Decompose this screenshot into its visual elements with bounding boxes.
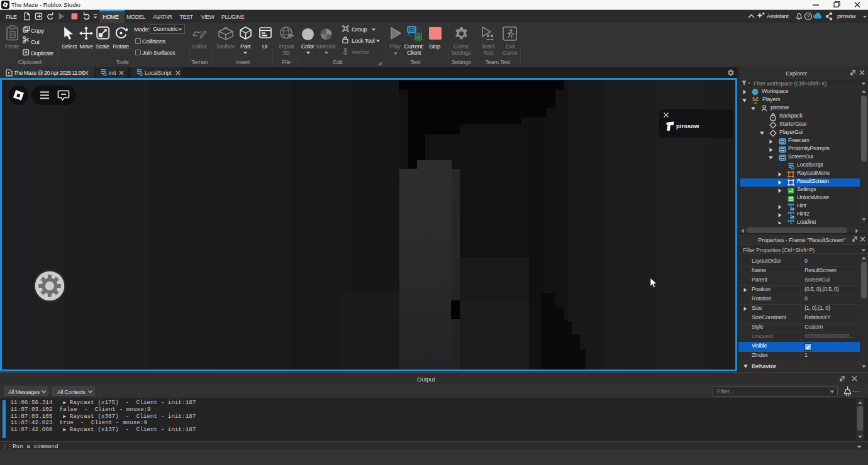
svg-text:?: ?	[807, 13, 810, 19]
